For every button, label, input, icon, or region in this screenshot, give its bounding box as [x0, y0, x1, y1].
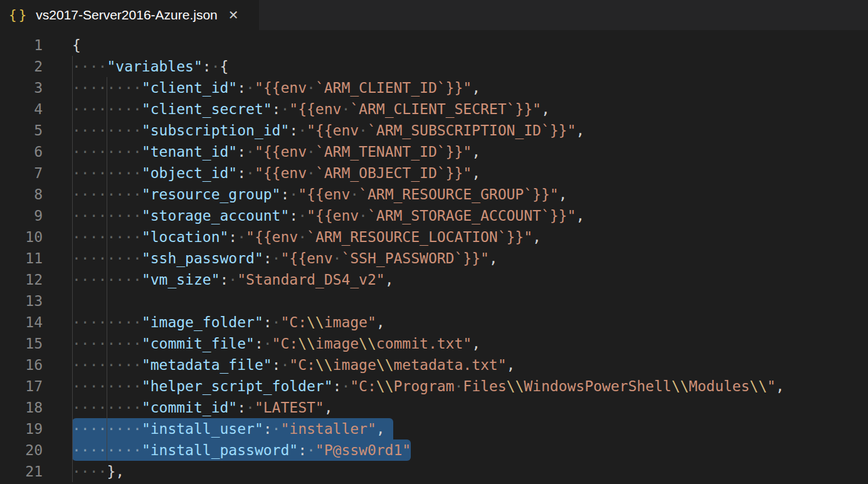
code-text[interactable]: ········"commit_file":·"C:\\image\\commi…	[72, 333, 480, 354]
code-line[interactable]: 15········"commit_file":·"C:\\image\\com…	[0, 333, 868, 354]
code-line[interactable]: 19········"install_user":·"installer",	[0, 418, 868, 439]
line-number[interactable]: 8	[0, 184, 72, 205]
line-number[interactable]: 20	[0, 439, 72, 461]
code-line[interactable]: 20········"install_password":·"P@ssw0rd1…	[0, 439, 868, 461]
code-text[interactable]: {	[72, 34, 81, 56]
json-file-icon: {}	[9, 8, 28, 23]
tab-vs2017-server2016-azure-json[interactable]: {} vs2017-Server2016-Azure.json ✕	[0, 0, 259, 30]
code-line[interactable]: 3········"client_id":·"{{env·`ARM_CLIENT…	[0, 77, 868, 98]
code-line[interactable]: 7········"object_id":·"{{env·`ARM_OBJECT…	[0, 162, 868, 184]
line-number[interactable]: 10	[0, 226, 72, 248]
code-line[interactable]: 6········"tenant_id":·"{{env·`ARM_TENANT…	[0, 141, 868, 162]
line-number[interactable]: 19	[0, 418, 72, 439]
line-number[interactable]: 1	[0, 34, 72, 56]
selected-code-text[interactable]: ········"install_password":·"P@ssw0rd1"	[72, 439, 411, 461]
selected-code-text[interactable]: ········"install_user":·"installer",	[72, 418, 385, 439]
code-text[interactable]: ········"ssh_password":·"{{env·`SSH_PASS…	[72, 248, 498, 269]
tab-filename: vs2017-Server2016-Azure.json	[36, 8, 218, 23]
line-number[interactable]: 4	[0, 98, 72, 120]
code-line[interactable]: 8········"resource_group":·"{{env·`ARM_R…	[0, 184, 868, 205]
code-area[interactable]: 1{2····"variables":·{3········"client_id…	[0, 30, 868, 482]
line-number[interactable]: 16	[0, 354, 72, 376]
code-text[interactable]: ········"client_secret":·"{{env·`ARM_CLI…	[72, 98, 550, 120]
code-text[interactable]: ····},	[72, 461, 124, 482]
code-text[interactable]: ········"commit_id":·"LATEST",	[72, 397, 333, 418]
code-text[interactable]: ········"object_id":·"{{env·`ARM_OBJECT_…	[72, 162, 480, 184]
code-text[interactable]: ········"subscription_id":·"{{env·`ARM_S…	[72, 120, 585, 141]
code-text[interactable]: ········"vm_size":·"Standard_DS4_v2",	[72, 269, 393, 290]
line-number[interactable]: 18	[0, 397, 72, 418]
line-number[interactable]: 17	[0, 376, 72, 397]
line-number[interactable]: 7	[0, 162, 72, 184]
code-text[interactable]: ········"storage_account":·"{{env·`ARM_S…	[72, 205, 585, 226]
line-number[interactable]: 14	[0, 312, 72, 333]
tab-close-icon[interactable]: ✕	[228, 9, 239, 21]
code-line[interactable]: 1{	[0, 34, 868, 56]
code-line[interactable]: 14········"image_folder":·"C:\\image",	[0, 312, 868, 333]
line-number[interactable]: 9	[0, 205, 72, 226]
editor[interactable]: 1{2····"variables":·{3········"client_id…	[0, 30, 868, 484]
code-line[interactable]: 18········"commit_id":·"LATEST",	[0, 397, 868, 418]
code-line[interactable]: 9········"storage_account":·"{{env·`ARM_…	[0, 205, 868, 226]
code-text[interactable]: ····"variables":·{	[72, 56, 228, 77]
line-number[interactable]: 12	[0, 269, 72, 290]
line-number[interactable]: 2	[0, 56, 72, 77]
code-text[interactable]: ········"helper_script_folder":·"C:\\Pro…	[72, 376, 785, 397]
code-line[interactable]: 12········"vm_size":·"Standard_DS4_v2",	[0, 269, 868, 290]
line-number[interactable]: 11	[0, 248, 72, 269]
code-line[interactable]: 10········"location":·"{{env·`ARM_RESOUR…	[0, 226, 868, 248]
code-line[interactable]: 21····},	[0, 461, 868, 482]
code-line[interactable]: 16········"metadata_file":·"C:\\image\\m…	[0, 354, 868, 376]
code-line[interactable]: 17········"helper_script_folder":·"C:\\P…	[0, 376, 868, 397]
code-line[interactable]: 13	[0, 290, 868, 312]
code-text[interactable]: ········"resource_group":·"{{env·`ARM_RE…	[72, 184, 567, 205]
code-line[interactable]: 4········"client_secret":·"{{env·`ARM_CL…	[0, 98, 868, 120]
code-text[interactable]: ········"tenant_id":·"{{env·`ARM_TENANT_…	[72, 141, 480, 162]
line-number[interactable]: 15	[0, 333, 72, 354]
code-line[interactable]: 2····"variables":·{	[0, 56, 868, 77]
code-text[interactable]: ········"client_id":·"{{env·`ARM_CLIENT_…	[72, 77, 480, 98]
line-number[interactable]: 3	[0, 77, 72, 98]
code-text[interactable]: ········"location":·"{{env·`ARM_RESOURCE…	[72, 226, 541, 248]
code-line[interactable]: 5········"subscription_id":·"{{env·`ARM_…	[0, 120, 868, 141]
line-number[interactable]: 6	[0, 141, 72, 162]
code-text[interactable]: ········"metadata_file":·"C:\\image\\met…	[72, 354, 515, 376]
line-number[interactable]: 21	[0, 461, 72, 482]
code-line[interactable]: 11········"ssh_password":·"{{env·`SSH_PA…	[0, 248, 868, 269]
line-number[interactable]: 13	[0, 290, 72, 312]
line-number[interactable]: 5	[0, 120, 72, 141]
tab-bar: {} vs2017-Server2016-Azure.json ✕	[0, 0, 868, 30]
code-text[interactable]: ········"image_folder":·"C:\\image",	[72, 312, 385, 333]
